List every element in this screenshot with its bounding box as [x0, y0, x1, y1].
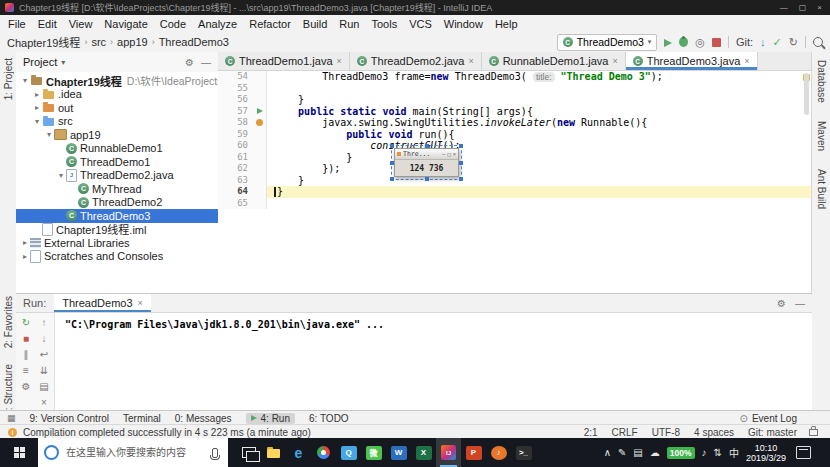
expander-icon[interactable]: ▸ [32, 90, 42, 99]
editor-tab[interactable]: CRunnableDemo1.java× [482, 52, 626, 70]
close-icon[interactable]: × [744, 56, 749, 66]
pause-output-button[interactable]: ∥ [24, 350, 29, 360]
taskbar-app-command-prompt[interactable]: >_ [511, 438, 536, 467]
menu-item-help[interactable]: Help [489, 18, 524, 30]
tree-item[interactable]: ▸out [16, 101, 218, 115]
selection-handle[interactable] [390, 144, 394, 148]
gutter-marker-icon[interactable] [253, 117, 267, 129]
tree-item[interactable]: Chapter19线程.iml [16, 223, 218, 237]
cloud-icon[interactable]: ☁ [650, 447, 660, 458]
tree-item[interactable]: CThreadDemo1 [16, 155, 218, 169]
menu-item-tools[interactable]: Tools [365, 18, 403, 30]
popup-close-icon[interactable]: × [453, 151, 456, 157]
search-input[interactable] [64, 446, 207, 459]
taskbar-app-file-explorer[interactable] [261, 438, 286, 467]
soft-wrap-button[interactable]: ↩ [40, 350, 48, 360]
start-button[interactable] [0, 438, 38, 467]
hide-panel-icon[interactable]: — [795, 298, 805, 309]
stripe-ant-build[interactable]: Ant Build [816, 169, 827, 209]
settings-icon[interactable]: ⚙ [185, 57, 194, 68]
stripe-maven[interactable]: Maven [816, 121, 827, 151]
selection-handle[interactable] [459, 144, 463, 148]
tree-item[interactable]: CRunnableDemo1 [16, 142, 218, 156]
expander-icon[interactable]: ▸ [20, 238, 30, 247]
action-center-icon[interactable] [796, 446, 811, 459]
taskbar-app-edge-browser[interactable]: e [286, 438, 311, 467]
expander-icon[interactable]: ▸ [20, 252, 30, 261]
stop-button[interactable]: ■ [23, 334, 29, 344]
selection-handle[interactable] [390, 177, 394, 181]
caret-position-widget[interactable]: 2:1 [584, 427, 598, 438]
ime-indicator[interactable]: 中 [729, 445, 739, 460]
network-icon[interactable]: ⇅ [714, 447, 722, 458]
selection-handle[interactable] [459, 161, 463, 165]
code-editor[interactable]: 54 ThreadDemo3 frame=new ThreadDemo3( ti… [218, 71, 812, 293]
close-icon[interactable]: × [138, 298, 143, 308]
menu-item-edit[interactable]: Edit [32, 18, 63, 30]
microphone-icon[interactable] [212, 448, 218, 458]
toolwindow-todo[interactable]: 6: TODO [309, 413, 349, 424]
toolwindow-switcher-icon[interactable]: ▦ [7, 413, 16, 423]
expander-icon[interactable]: ▾ [32, 117, 42, 126]
selection-handle[interactable] [459, 177, 463, 181]
toolwindow-version-control[interactable]: 9: Version Control [30, 413, 110, 424]
minimize-button[interactable]: — [780, 3, 788, 12]
menu-item-navigate[interactable]: Navigate [98, 18, 153, 30]
project-panel-title[interactable]: Project [23, 56, 57, 68]
taskbar-search[interactable] [38, 438, 228, 467]
stop-button[interactable] [712, 33, 721, 51]
line-separator-widget[interactable]: CRLF [612, 427, 638, 438]
editor-tab[interactable]: CThreadDemo3.java× [626, 52, 758, 70]
scroll-to-end-button[interactable]: ⇊ [40, 366, 48, 376]
run-with-coverage-button[interactable]: ◎ [695, 37, 705, 48]
menu-item-run[interactable]: Run [333, 18, 365, 30]
editor-tab[interactable]: CThreadDemo2.java× [350, 52, 482, 70]
expander-icon[interactable]: ▾ [44, 130, 54, 139]
menu-item-view[interactable]: View [63, 18, 99, 30]
toolwindow-terminal[interactable]: Terminal [123, 413, 161, 424]
menu-item-file[interactable]: File [2, 18, 32, 30]
tree-item[interactable]: CMyThread [16, 182, 218, 196]
vcs-commit-button[interactable]: ✓ [773, 37, 782, 48]
expander-icon[interactable]: ▾ [56, 171, 66, 180]
console-output[interactable]: "C:\Program Files\Java\jdk1.8.0_201\bin\… [55, 313, 812, 411]
taskbar-app-qq[interactable]: Q [336, 438, 361, 467]
search-everywhere-button[interactable] [813, 33, 823, 51]
debug-button[interactable] [679, 33, 688, 51]
toolwindow-messages[interactable]: 0: Messages [175, 413, 232, 424]
taskbar-app-wechat[interactable]: 微 [361, 438, 386, 467]
clear-all-button[interactable]: × [41, 398, 47, 408]
git-branch-widget[interactable]: Git: master [748, 427, 797, 438]
rerun-button[interactable]: ↻ [22, 318, 30, 328]
close-icon[interactable]: × [612, 56, 617, 66]
dump-threads-button[interactable]: ≡ [23, 366, 29, 376]
toolwindow-run[interactable]: 4: Run [246, 413, 295, 424]
chevron-down-icon[interactable]: ▾ [61, 58, 65, 67]
breadcrumb-item[interactable]: app19 [117, 36, 148, 48]
up-stack-trace-button[interactable]: ↑ [42, 318, 47, 328]
menu-item-analyze[interactable]: Analyze [192, 18, 243, 30]
taskbar-app-music-player[interactable]: ♪ [486, 438, 511, 467]
down-stack-trace-button[interactable]: ↓ [42, 334, 47, 344]
popup-maximize-icon[interactable]: □ [447, 151, 450, 157]
indent-widget[interactable]: 4 spaces [694, 427, 734, 438]
close-icon[interactable]: × [337, 56, 342, 66]
toolwindow-event-log[interactable]: ⊙Event Log [740, 413, 797, 424]
app-preview-window[interactable]: Thre... –□× 124 736 [394, 148, 459, 177]
selection-handle[interactable] [390, 161, 394, 165]
stripe-database[interactable]: Database [816, 60, 827, 103]
menu-item-window[interactable]: Window [438, 18, 489, 30]
volume-icon[interactable]: ♪ [702, 447, 707, 458]
menu-item-refactor[interactable]: Refactor [243, 18, 297, 30]
tree-item[interactable]: ▾app19 [16, 128, 218, 142]
menu-item-vcs[interactable]: VCS [403, 18, 438, 30]
taskbar-app-intellij-idea[interactable]: IJ [436, 438, 461, 467]
taskbar-app-excel[interactable]: X [411, 438, 436, 467]
lock-icon[interactable] [809, 429, 818, 436]
menu-item-build[interactable]: Build [297, 18, 333, 30]
close-button[interactable]: × [817, 3, 822, 12]
hide-panel-icon[interactable]: — [201, 57, 211, 68]
run-gutter-icon[interactable] [253, 106, 267, 118]
taskbar-app-chrome-browser[interactable] [311, 438, 336, 467]
menu-item-code[interactable]: Code [154, 18, 192, 30]
